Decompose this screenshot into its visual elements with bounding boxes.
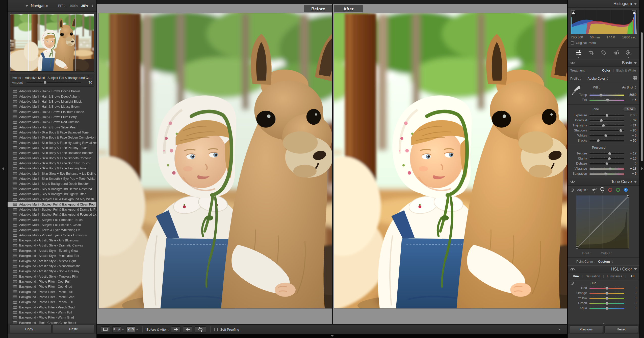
- slider-row[interactable]: Aqua 0: [568, 306, 639, 311]
- preset-list-item[interactable]: Background - Artistic Style - Misted Lig…: [8, 258, 96, 263]
- collapse-right-arrow-icon[interactable]: [641, 167, 643, 170]
- preset-list-item[interactable]: Adaptive Multi - Hair & Brows Deep Aubur…: [8, 94, 96, 99]
- slider-thumb[interactable]: [605, 287, 609, 290]
- preset-list-item[interactable]: Adaptive Multi - Sky & Background Lightl…: [8, 192, 96, 197]
- preset-list-item[interactable]: Adaptive Multi - Subject Full Simple & C…: [8, 222, 96, 228]
- slider-row[interactable]: Texture + 17: [568, 151, 639, 156]
- before-after-dropdown-icon[interactable]: [136, 329, 138, 330]
- preset-list-item[interactable]: Background - Artistic Style - Evening Gl…: [8, 248, 96, 253]
- paste-button[interactable]: Paste: [53, 325, 95, 333]
- slider-thumb[interactable]: [605, 307, 609, 310]
- loupe-view-button[interactable]: [101, 326, 110, 333]
- slider-track[interactable]: [589, 308, 624, 309]
- slider-row[interactable]: Whites − 5: [568, 133, 639, 138]
- preset-list-item[interactable]: Adaptive Multi - Hair & Brows Platinum B…: [8, 109, 96, 114]
- tool-crop[interactable]: [588, 50, 595, 58]
- preset-list-item[interactable]: Background - Artistic Style - Dramatic C…: [8, 243, 96, 248]
- slider-row[interactable]: Clarity + 15: [568, 156, 639, 161]
- slider-thumb[interactable]: [606, 99, 609, 102]
- preset-list-item[interactable]: Adaptive Multi - Skin Glow + Eye Enhance…: [8, 171, 96, 176]
- slider-thumb[interactable]: [605, 297, 609, 300]
- after-photo[interactable]: [334, 13, 567, 308]
- soft-proofing-checkbox[interactable]: [214, 328, 218, 331]
- treatment-color-option[interactable]: Color: [602, 69, 610, 72]
- navigator-thumbnail[interactable]: [10, 14, 94, 72]
- tone-curve-eye-icon[interactable]: [570, 180, 575, 183]
- slider-track[interactable]: [589, 115, 624, 116]
- preset-list-item[interactable]: Background - Photo Filter - Warm Grad: [8, 315, 96, 320]
- preset-list-item[interactable]: Adaptive Multi - Sky & Background Depth …: [8, 181, 96, 186]
- swap-before-after-button[interactable]: [195, 326, 206, 333]
- slider-row[interactable]: Exposure 0.00: [568, 113, 639, 118]
- reset-button[interactable]: Reset: [604, 325, 638, 333]
- white-balance-eyedropper[interactable]: [570, 85, 581, 98]
- blue-channel-button[interactable]: [623, 188, 628, 192]
- red-channel-button[interactable]: [608, 188, 613, 192]
- preset-list-item[interactable]: Adaptive Multi - Hair & Brows Cocoa Brow…: [8, 89, 96, 94]
- preset-list-item[interactable]: Background - Photo Filter - Pastel Full: [8, 289, 96, 294]
- hue-targeted-adjustment-icon[interactable]: [570, 281, 574, 285]
- slider-track[interactable]: [589, 168, 624, 170]
- slider-track[interactable]: [589, 95, 624, 96]
- histogram-graph[interactable]: [571, 10, 637, 34]
- shadow-clipping-indicator[interactable]: [571, 10, 575, 14]
- slider-thumb[interactable]: [604, 172, 607, 175]
- preset-list-item[interactable]: Background - Photo Filter - Peach Full: [8, 300, 96, 305]
- preset-list-item[interactable]: Adaptive Multi - Hair & Brows Mousy Brow…: [8, 104, 96, 109]
- preset-list-item[interactable]: Adaptive Multi - Hair & Brows Red Crimso…: [8, 120, 96, 125]
- preset-list-item[interactable]: Adaptive Multi - Skin Body & Face Hydrat…: [8, 140, 96, 145]
- slider-track[interactable]: [589, 298, 624, 299]
- tone-curve-graph[interactable]: [576, 195, 629, 249]
- slider-row[interactable]: Green 0: [568, 301, 639, 306]
- tone-curve-disclosure-icon[interactable]: [634, 181, 637, 183]
- slider-thumb[interactable]: [605, 162, 609, 165]
- preset-list-item[interactable]: Adaptive Multi - Sky & Background Detail…: [8, 187, 96, 192]
- preset-list-item[interactable]: Adaptive Multi - Skin Smooth + Eye Pop +…: [8, 176, 96, 181]
- navigator-view-rectangle[interactable]: [28, 14, 76, 71]
- slider-track[interactable]: [589, 303, 624, 304]
- updown-icon[interactable]: [91, 4, 93, 7]
- slider-track[interactable]: [589, 120, 624, 121]
- preset-list-item[interactable]: Background - Photo Filter - Peach Grad: [8, 305, 96, 310]
- copy-after-to-before-button[interactable]: [183, 326, 192, 333]
- preset-list-item[interactable]: Adaptive Multi - Skin Body & Face Balanc…: [8, 130, 96, 135]
- preset-list-item[interactable]: Adaptive Multi - Subject Full & Backgrou…: [8, 207, 96, 212]
- tool-healing[interactable]: [600, 50, 607, 58]
- filmstrip-toggle-icon[interactable]: [331, 335, 334, 337]
- profile-select[interactable]: Adobe Color: [587, 77, 609, 80]
- preset-list-item[interactable]: Background - Artistic Style - Airy Bloss…: [8, 238, 96, 243]
- preset-list-item[interactable]: Background - Artistic Style - Timeless F…: [8, 274, 96, 279]
- original-photo-checkbox[interactable]: [571, 41, 574, 44]
- preset-list-item[interactable]: Background - Artistic Style - Soft & Dre…: [8, 269, 96, 274]
- profile-browser-icon[interactable]: [633, 76, 637, 81]
- auto-tone-button[interactable]: Auto: [623, 107, 636, 111]
- slider-track[interactable]: [589, 125, 624, 126]
- slider-thumb[interactable]: [619, 129, 623, 132]
- slider-thumb[interactable]: [608, 167, 612, 170]
- point-curve-select[interactable]: Custom: [598, 260, 613, 263]
- hsl-tab-saturation[interactable]: Saturation: [584, 275, 602, 278]
- tone-curve-header[interactable]: Tone Curve: [568, 178, 639, 186]
- preset-list-item[interactable]: Background - Artistic Style - Monochroma…: [8, 264, 96, 269]
- before-after-view-button[interactable]: YY: [126, 326, 135, 333]
- point-curve-button[interactable]: [600, 187, 605, 193]
- slider-row[interactable]: Orange 0: [568, 290, 639, 296]
- navigator-zoom-button[interactable]: 25%: [81, 4, 88, 8]
- green-channel-button[interactable]: [615, 188, 621, 192]
- slider-thumb[interactable]: [605, 302, 609, 305]
- preset-list-item[interactable]: Adaptive Multi - Skin Body & Face Golden…: [8, 135, 96, 140]
- highlight-clipping-indicator[interactable]: [632, 10, 636, 14]
- left-panel-collapse-strip[interactable]: [0, 0, 8, 338]
- histogram-header[interactable]: Histogram: [568, 0, 639, 8]
- navigator-disclosure-icon[interactable]: [25, 5, 28, 7]
- tool-red-eye[interactable]: [613, 50, 620, 58]
- slider-track[interactable]: [589, 293, 624, 294]
- preset-list-item[interactable]: Adaptive Multi - Skin Body & Face Soft S…: [8, 161, 96, 166]
- preset-list-item[interactable]: Background - Photo Filter - Warm Full: [8, 310, 96, 315]
- right-panel-collapse-strip[interactable]: [639, 0, 644, 338]
- slider-row[interactable]: Highlights − 21: [568, 123, 639, 128]
- navigator-fit-button[interactable]: FIT: [58, 4, 66, 8]
- slider-track[interactable]: [589, 130, 624, 131]
- tool-edit[interactable]: [575, 50, 582, 58]
- hsl-tab-hue[interactable]: Hue: [571, 275, 580, 278]
